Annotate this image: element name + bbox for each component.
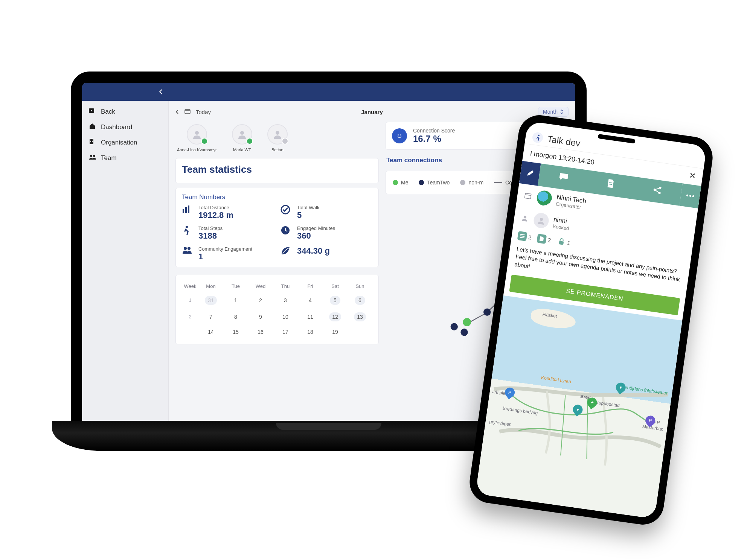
svg-rect-3 (92, 140, 93, 140)
lock-count: 1 (567, 239, 571, 246)
svg-rect-5 (92, 141, 93, 142)
share-icon (652, 186, 663, 195)
organiser-avatar (536, 190, 553, 207)
svg-rect-4 (90, 141, 91, 142)
score-value: 16.7 % (413, 134, 455, 144)
calendar-day[interactable]: 17 (273, 325, 298, 339)
svg-line-38 (655, 190, 659, 192)
today-button[interactable]: Today (196, 109, 211, 115)
home-icon (89, 123, 96, 131)
avatar[interactable]: Bettan (267, 124, 288, 152)
stat-value: 1 (198, 252, 252, 262)
sidebar-item-back[interactable]: Back (82, 104, 168, 119)
list-chip[interactable]: 2 (517, 231, 532, 242)
person-icon (237, 129, 247, 140)
bars-icon (182, 205, 193, 216)
calendar-day[interactable]: 10 (273, 310, 298, 324)
edit-button[interactable] (519, 161, 541, 186)
calendar-day[interactable]: 11 (298, 310, 323, 324)
calendar-day[interactable]: 9 (248, 310, 273, 324)
prev-month-button[interactable] (175, 109, 179, 115)
stat-value: 1912.8 m (198, 210, 233, 220)
numbers-title: Team Numbers (182, 193, 372, 201)
svg-point-23 (400, 134, 401, 135)
more-button[interactable] (679, 183, 701, 208)
calendar-day[interactable]: 19 (323, 325, 348, 339)
calendar-day[interactable]: 8 (223, 310, 248, 324)
calendar-day[interactable] (348, 328, 372, 336)
stats-title: Team statistics (182, 164, 372, 175)
svg-point-44 (523, 216, 526, 219)
svg-point-6 (90, 155, 92, 157)
calendar-day[interactable]: 3 (273, 294, 298, 307)
avatar[interactable]: Maria WT (232, 124, 252, 152)
close-button[interactable]: ✕ (688, 171, 696, 181)
avatar-name: Bettan (271, 148, 284, 152)
calendar-header-cell: Wed (248, 280, 273, 292)
calendar-panel: Week Mon Tue Wed Thu Fri Sat Sun 1311234… (175, 275, 379, 344)
status-badge-none (282, 138, 288, 145)
sidebar-item-dashboard[interactable]: Dashboard (82, 119, 168, 135)
calendar-icon (523, 192, 533, 199)
svg-rect-49 (559, 241, 564, 245)
status-badge-ok (201, 138, 208, 145)
avatar-circle (267, 124, 288, 145)
attendee-avatar (533, 212, 550, 229)
svg-rect-14 (185, 207, 187, 213)
svg-rect-42 (524, 193, 531, 199)
calendar-day[interactable]: 18 (298, 325, 323, 339)
calendar-day[interactable]: 5 (323, 292, 348, 309)
team-statistics-panel: Team statistics (175, 158, 379, 183)
avatar[interactable]: Anna-Lina Kvarnsmyr (177, 124, 217, 152)
avatar-name: Maria WT (233, 148, 251, 152)
svg-rect-1 (90, 139, 93, 144)
calendar-day[interactable]: 1 (223, 294, 248, 307)
leaf-icon (281, 246, 292, 258)
sidebar-collapse-button[interactable] (82, 83, 169, 101)
person-icon (537, 216, 546, 225)
calendar-day[interactable]: 2 (248, 294, 273, 307)
sidebar-item-organisation[interactable]: Organisation (82, 135, 168, 150)
calendar-header-cell: Week (182, 280, 198, 292)
map-view[interactable]: Fläsket Konditori Lyran Mälarhöjdens fri… (476, 295, 682, 519)
chat-tab[interactable] (558, 172, 569, 184)
calendar-day[interactable]: 7 (198, 310, 223, 324)
svg-point-17 (186, 226, 188, 228)
svg-point-12 (276, 131, 279, 135)
calendar-day[interactable]: 12 (323, 309, 348, 325)
dots-icon (686, 194, 695, 198)
document-tab[interactable] (606, 178, 615, 190)
calendar-day[interactable]: 31 (198, 292, 223, 309)
calendar-day[interactable]: 14 (198, 325, 223, 339)
calendar-header-cell: Tue (223, 280, 248, 292)
doc-count: 2 (547, 236, 552, 243)
map-roads (481, 295, 682, 477)
svg-point-20 (188, 247, 191, 250)
svg-line-37 (656, 188, 660, 190)
calendar-day[interactable]: 4 (298, 294, 323, 307)
chevron-left-icon (175, 110, 179, 114)
left-column: Anna-Lina Kvarnsmyr Maria WT (175, 122, 379, 415)
legend-item-me: Me (393, 180, 408, 186)
document-icon (606, 178, 615, 189)
svg-point-40 (689, 195, 692, 197)
doc-chip[interactable]: 2 (537, 234, 551, 245)
team-numbers-panel: Team Numbers Total Distance 1912.8 (175, 188, 379, 267)
svg-line-32 (609, 183, 612, 183)
calendar-day[interactable]: 13 (348, 309, 372, 325)
calendar-day[interactable]: 6 (348, 292, 372, 309)
chevron-left-icon (159, 89, 163, 94)
calendar-day[interactable]: 15 (223, 325, 248, 339)
stat-total-distance: Total Distance 1912.8 m (182, 205, 274, 220)
stat-value: 360 (297, 231, 335, 241)
share-tab[interactable] (652, 186, 663, 197)
lock-chip[interactable]: 1 (556, 236, 571, 247)
calendar-header-cell: Sat (323, 280, 348, 292)
stat-carbon: 344.30 g (281, 246, 372, 262)
calendar-day[interactable]: 16 (248, 325, 273, 339)
legend-item-teamtwo: TeamTwo (419, 180, 450, 186)
svg-line-47 (520, 236, 524, 237)
stat-community-engagement: Community Engagement 1 (182, 246, 274, 262)
sidebar-item-team[interactable]: Team (82, 150, 168, 166)
calendar-week-number (182, 328, 198, 336)
